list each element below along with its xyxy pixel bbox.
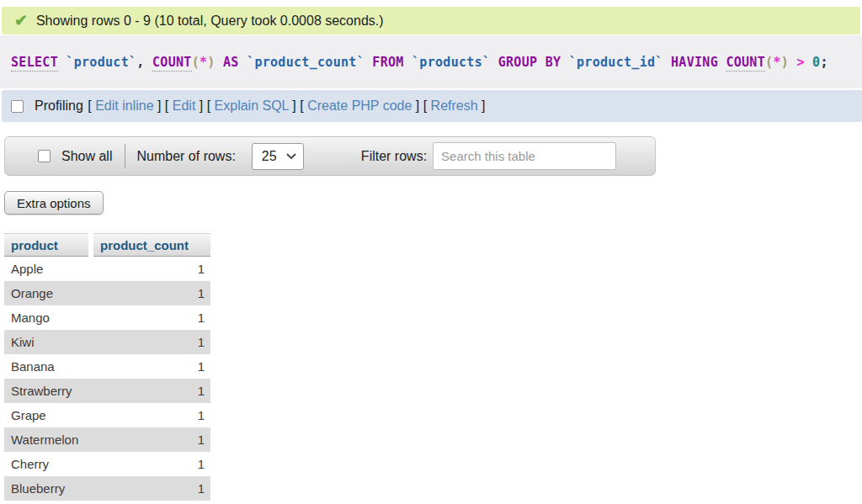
bracket: ]	[289, 98, 296, 113]
sql-token: `product_id`	[569, 55, 663, 70]
column-header-product-count[interactable]: product_count	[93, 233, 210, 257]
cell-product-count: 1	[93, 310, 210, 325]
cell-product: Cherry	[4, 457, 93, 471]
sql-token: `products`	[412, 55, 490, 70]
table-row: Apple1	[4, 257, 210, 281]
cell-product-count: 1	[93, 408, 210, 422]
bracket: ]	[412, 98, 419, 113]
sql-token: (	[765, 55, 773, 70]
sql-token	[58, 55, 66, 70]
sql-token	[718, 55, 726, 70]
sql-token	[490, 55, 498, 70]
cell-product: Watermelon	[4, 432, 93, 447]
query-action-links: [ Edit inline ] [ Edit ] [ Explain SQL ]…	[84, 98, 486, 114]
link-create-php-code[interactable]: Create PHP code	[307, 98, 412, 113]
sql-token: *	[200, 55, 207, 70]
show-all-checkbox[interactable]	[38, 150, 51, 162]
success-check-icon: ✔	[14, 11, 28, 30]
table-row: Grape1	[4, 403, 210, 427]
cell-product: Mango	[4, 310, 93, 325]
table-row: Mango1	[4, 305, 210, 330]
sql-token	[805, 55, 812, 70]
sql-token: *	[773, 55, 780, 70]
results-table: product product_count Apple1Orange1Mango…	[4, 233, 210, 501]
number-of-rows-label: Number of rows:	[136, 149, 235, 164]
sql-token	[239, 55, 247, 70]
cell-product-count: 1	[93, 286, 210, 300]
sql-token: HAVING	[671, 55, 718, 70]
cell-product: Apple	[4, 262, 93, 276]
sql-keyword-doc-link[interactable]: SELECT	[11, 55, 58, 72]
sql-token: BY	[545, 55, 561, 70]
link-explain-sql[interactable]: Explain SQL	[215, 98, 289, 113]
sql-query: SELECT `product`, COUNT(*) AS `product_c…	[11, 55, 828, 70]
table-row: Watermelon1	[4, 427, 210, 452]
link-refresh[interactable]: Refresh	[431, 98, 478, 113]
sql-token	[404, 55, 412, 70]
filter-rows-input[interactable]	[433, 142, 616, 170]
sql-token: ;	[820, 55, 827, 70]
sql-token: `product_count`	[247, 55, 364, 70]
sql-token: ,	[136, 55, 152, 70]
sql-token: `product`	[66, 55, 136, 70]
cell-product-count: 1	[93, 481, 210, 496]
sql-token	[663, 55, 671, 70]
table-row: Strawberry1	[4, 379, 210, 403]
cell-product-count: 1	[93, 384, 210, 398]
column-header-product[interactable]: product	[4, 233, 88, 257]
link-edit-inline[interactable]: Edit inline	[95, 98, 153, 113]
sql-token: GROUP	[498, 55, 538, 70]
table-row: Cherry1	[4, 452, 210, 476]
cell-product-count: 1	[93, 432, 210, 447]
rows-per-page-value: 25	[262, 149, 277, 164]
cell-product-count: 1	[93, 335, 210, 349]
cell-product-count: 1	[93, 359, 210, 374]
link-edit[interactable]: Edit	[173, 98, 196, 113]
bracket: ]	[195, 98, 203, 113]
sql-token: FROM	[372, 55, 403, 70]
sql-token: >	[796, 55, 804, 70]
cell-product: Banana	[4, 359, 93, 374]
sql-token	[364, 55, 372, 70]
sql-token: AS	[223, 55, 239, 70]
cell-product: Kiwi	[4, 335, 93, 349]
sql-token	[789, 55, 796, 70]
sql-token: )	[781, 55, 789, 70]
sql-query-box: SELECT `product`, COUNT(*) AS `product_c…	[0, 35, 862, 88]
profiling-bar: Profiling [ Edit inline ] [ Edit ] [ Exp…	[2, 90, 862, 122]
rows-per-page-select[interactable]: 25	[252, 143, 304, 170]
bracket: [	[296, 98, 307, 113]
sql-token: (	[192, 55, 200, 70]
table-row: Orange1	[4, 281, 210, 305]
table-row: Blueberry1	[4, 476, 210, 501]
chevron-down-icon	[286, 153, 296, 160]
bracket: [	[161, 98, 172, 113]
sql-keyword-doc-link[interactable]: COUNT	[726, 55, 765, 72]
cell-product: Blueberry	[4, 481, 93, 496]
cell-product: Grape	[4, 408, 93, 422]
cell-product-count: 1	[93, 262, 210, 276]
results-table-body: Apple1Orange1Mango1Kiwi1Banana1Strawberr…	[4, 257, 210, 501]
filter-rows-label: Filter rows:	[361, 149, 427, 164]
profiling-checkbox[interactable]	[11, 100, 24, 113]
show-all-label: Show all	[61, 149, 112, 164]
sql-token: )	[207, 55, 215, 70]
banner-text: Showing rows 0 - 9 (10 total, Query took…	[36, 13, 384, 29]
toolbar-divider	[125, 144, 125, 168]
results-toolbar: Show all Number of rows: 25 Filter rows:	[4, 136, 656, 176]
bracket: [	[203, 98, 214, 113]
table-row: Kiwi1	[4, 330, 210, 354]
extra-options-button[interactable]: Extra options	[4, 191, 104, 215]
profiling-label: Profiling	[35, 98, 83, 114]
bracket: [	[84, 98, 95, 113]
sql-keyword-doc-link[interactable]: COUNT	[152, 55, 192, 72]
sql-token	[537, 55, 545, 70]
sql-token	[561, 55, 568, 70]
cell-product-count: 1	[93, 457, 210, 471]
cell-product: Orange	[4, 286, 93, 300]
cell-product: Strawberry	[4, 384, 93, 398]
sql-token	[216, 55, 223, 70]
bracket: ]	[478, 98, 486, 113]
success-banner: ✔ Showing rows 0 - 9 (10 total, Query to…	[2, 7, 860, 34]
table-row: Banana1	[4, 354, 210, 379]
